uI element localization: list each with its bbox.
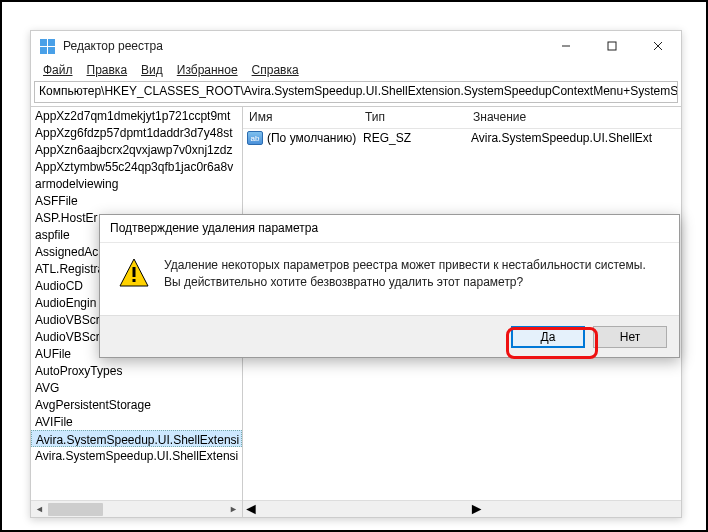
string-value-icon: ab [247, 131, 263, 145]
menu-favorites[interactable]: Избранное [171, 63, 244, 77]
dialog-text: Удаление некоторых параметров реестра мо… [164, 257, 646, 309]
list-hscroll[interactable]: ◄ ► [243, 500, 681, 517]
scroll-right-icon[interactable]: ► [469, 500, 485, 517]
tree-item[interactable]: ASFFile [31, 192, 242, 209]
dialog-title: Подтверждение удаления параметра [100, 215, 679, 243]
window-title: Редактор реестра [63, 39, 543, 53]
yes-button[interactable]: Да [511, 326, 585, 348]
tree-item[interactable]: AVIFile [31, 413, 242, 430]
tree-item[interactable]: AppXztymbw55c24qp3qfb1jac0r6a8v [31, 158, 242, 175]
tree-item[interactable]: armodelviewing [31, 175, 242, 192]
menubar: Файл Правка Вид Избранное Справка [31, 61, 681, 81]
menu-edit[interactable]: Правка [81, 63, 134, 77]
tree-item[interactable]: AutoProxyTypes [31, 362, 242, 379]
minimize-button[interactable] [543, 31, 589, 61]
col-name[interactable]: Имя [243, 107, 359, 128]
address-bar[interactable]: Компьютер\HKEY_CLASSES_ROOT\Avira.System… [34, 81, 678, 103]
no-button[interactable]: Нет [593, 326, 667, 348]
maximize-button[interactable] [589, 31, 635, 61]
svg-rect-1 [608, 42, 616, 50]
col-value[interactable]: Значение [467, 107, 681, 128]
confirm-delete-dialog: Подтверждение удаления параметра Удалени… [99, 214, 680, 358]
menu-help[interactable]: Справка [246, 63, 305, 77]
warning-icon [118, 257, 150, 289]
cell-value: Avira.SystemSpeedup.UI.ShellExt [471, 131, 681, 145]
regedit-icon [39, 38, 55, 54]
cell-type: REG_SZ [363, 131, 471, 145]
menu-view[interactable]: Вид [135, 63, 169, 77]
svg-rect-6 [133, 279, 136, 282]
tree-item[interactable]: AppXzg6fdzp57dpmt1daddr3d7y48st [31, 124, 242, 141]
value-row[interactable]: ab (По умолчанию) REG_SZ Avira.SystemSpe… [243, 129, 681, 147]
close-button[interactable] [635, 31, 681, 61]
col-type[interactable]: Тип [359, 107, 467, 128]
tree-item[interactable]: Avira.SystemSpeedup.UI.ShellExtensi [31, 447, 242, 464]
tree-item[interactable]: AvgPersistentStorage [31, 396, 242, 413]
tree-item[interactable]: AVG [31, 379, 242, 396]
scroll-left-icon[interactable]: ◄ [31, 501, 48, 517]
svg-rect-5 [133, 267, 136, 277]
tree-item[interactable]: AppXzn6aajbcrx2qvxjawp7v0xnj1zdz [31, 141, 242, 158]
tree-hscroll[interactable]: ◄ ► [31, 500, 242, 517]
menu-file[interactable]: Файл [37, 63, 79, 77]
titlebar[interactable]: Редактор реестра [31, 31, 681, 61]
scroll-left-icon[interactable]: ◄ [243, 500, 259, 517]
tree-item[interactable]: AppXz2d7qm1dmekjyt1p721ccpt9mt [31, 107, 242, 124]
scroll-right-icon[interactable]: ► [225, 501, 242, 517]
tree-item[interactable]: Avira.SystemSpeedup.UI.ShellExtensi [31, 430, 242, 447]
cell-name: (По умолчанию) [267, 131, 363, 145]
